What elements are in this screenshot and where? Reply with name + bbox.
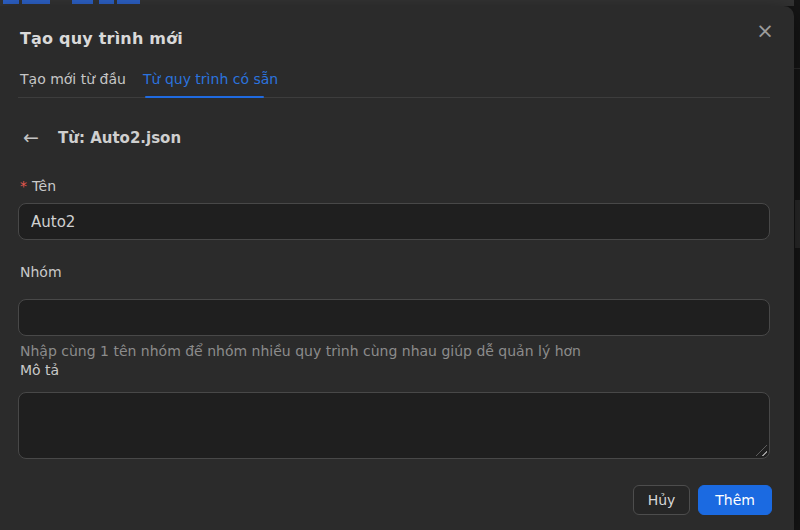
back-button[interactable]: ← — [16, 122, 46, 152]
backdrop-content-patch — [795, 200, 800, 248]
background-link-fragment — [117, 0, 140, 4]
cancel-button[interactable]: Hủy — [633, 485, 691, 515]
modal-footer: Hủy Thêm — [633, 485, 772, 515]
description-field-label: Mô tả — [20, 362, 59, 378]
background-link-fragment — [99, 0, 114, 4]
tab-create-from-scratch[interactable]: Tạo mới từ đầu — [20, 67, 126, 91]
description-textarea-wrap — [18, 392, 770, 459]
close-icon: × — [756, 21, 774, 42]
background-link-fragment — [22, 0, 50, 4]
group-help-text: Nhập cùng 1 tên nhóm để nhóm nhiều quy t… — [20, 343, 581, 359]
create-process-modal: Tạo quy trình mới × Tạo mới từ đầu Từ qu… — [0, 6, 794, 530]
name-field-label: *Tên — [20, 178, 56, 194]
background-link-fragment — [3, 0, 19, 4]
description-textarea[interactable] — [18, 392, 770, 459]
tab-from-existing-process[interactable]: Từ quy trình có sẵn — [143, 67, 278, 91]
group-input[interactable] — [18, 299, 770, 336]
name-input[interactable] — [18, 203, 770, 240]
backdrop-divider — [794, 68, 800, 69]
background-link-fragment — [72, 0, 93, 4]
modal-title: Tạo quy trình mới — [20, 29, 183, 48]
tabs-divider — [18, 97, 770, 98]
back-arrow-icon: ← — [23, 128, 39, 147]
close-button[interactable]: × — [748, 14, 782, 48]
required-mark: * — [20, 178, 27, 194]
submit-button[interactable]: Thêm — [698, 485, 772, 515]
group-field-label: Nhóm — [20, 264, 62, 280]
name-label-text: Tên — [32, 178, 56, 194]
source-file-title: Từ: Auto2.json — [58, 129, 181, 147]
active-tab-ink-bar — [145, 96, 264, 98]
